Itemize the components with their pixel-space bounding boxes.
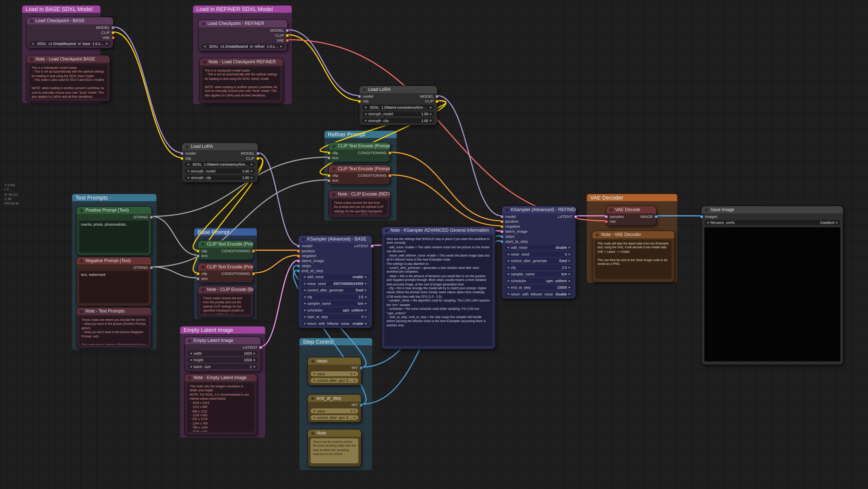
note-ksampler-info[interactable]: Note - KSampler ADVANCED General Informa… <box>382 227 495 349</box>
collapse-dot-icon[interactable] <box>201 242 205 246</box>
output-slot-CLIP[interactable] <box>112 31 115 34</box>
widget-control_after_generate[interactable]: ◀control_after_generatefixed▶ <box>505 258 573 263</box>
node-title-bar[interactable]: Note - KSampler ADVANCED General Informa… <box>382 227 495 234</box>
group-title[interactable]: VAE Decoder <box>587 194 677 201</box>
collapse-dot-icon[interactable] <box>80 208 83 212</box>
decrement-arrow-icon[interactable]: ◀ <box>32 42 34 45</box>
input-slot-model[interactable] <box>180 152 184 155</box>
group-title[interactable]: Empty Latent Image <box>180 326 265 334</box>
output-slot-MODEL[interactable] <box>435 94 439 98</box>
collapse-dot-icon[interactable] <box>332 167 335 170</box>
widget-sampler_name[interactable]: ◀sampler_namelcm▶ <box>505 271 573 276</box>
increment-arrow-icon[interactable]: ▶ <box>568 292 571 295</box>
input-slot-clip[interactable] <box>196 249 200 252</box>
input-slot-end_at_step[interactable] <box>297 269 300 272</box>
widget-value[interactable]: ◀SDXL_v1.0/stabilityai/sd_xl_refiner_1.0… <box>201 43 284 48</box>
collapse-dot-icon[interactable] <box>30 57 33 61</box>
input-slot-text[interactable] <box>196 254 200 257</box>
node-title-bar[interactable]: KSampler (Advanced) - REFINER <box>502 206 576 214</box>
input-slot-clip[interactable] <box>358 99 361 103</box>
collapse-dot-icon[interactable] <box>596 233 599 236</box>
widget-return_with_leftover_noise[interactable]: ◀return_with_leftover_noisedisable▶ <box>505 291 573 296</box>
decrement-arrow-icon[interactable]: ◀ <box>304 315 306 318</box>
collapse-dot-icon[interactable] <box>363 88 366 91</box>
node-load-lora-refiner[interactable]: Load LoRAmodelMODELclipCLIP◀SDXL_1.0/lat… <box>360 86 437 125</box>
node-positive-prompt[interactable]: Positive Prompt (Text)STRINGmantis, phot… <box>76 206 152 255</box>
node-load-lora-base[interactable]: Load LoRAmodelMODELclipCLIP◀SDXL_1.0/lat… <box>182 143 258 183</box>
output-slot-LATENT[interactable] <box>574 215 577 218</box>
output-slot-CONDITIONING[interactable] <box>388 174 392 177</box>
decrement-arrow-icon[interactable]: ◀ <box>507 246 509 249</box>
increment-arrow-icon[interactable]: ▶ <box>253 365 256 368</box>
decrement-arrow-icon[interactable]: ◀ <box>313 409 315 412</box>
text-widget-text[interactable]: text, watermark <box>80 271 149 303</box>
collapse-dot-icon[interactable] <box>311 431 314 435</box>
input-slot-latent_image[interactable] <box>297 259 300 262</box>
node-title-bar[interactable]: Empty Latent Image <box>185 337 260 344</box>
group-title[interactable]: Refiner Prompt <box>324 131 397 138</box>
decrement-arrow-icon[interactable]: ◀ <box>187 169 189 172</box>
input-slot-clip[interactable] <box>327 151 331 154</box>
increment-arrow-icon[interactable]: ▶ <box>430 112 432 115</box>
increment-arrow-icon[interactable]: ▶ <box>365 308 367 311</box>
increment-arrow-icon[interactable]: ▶ <box>365 315 367 318</box>
input-slot-images[interactable] <box>700 215 703 218</box>
collapse-dot-icon[interactable] <box>188 339 191 342</box>
input-slot-text[interactable] <box>196 277 200 280</box>
node-title-bar[interactable]: Save Image <box>702 206 843 214</box>
increment-arrow-icon[interactable]: ▶ <box>568 279 571 282</box>
widget-value[interactable]: ◀value8▶ <box>311 371 358 376</box>
widget-cfg[interactable]: ◀cfg2.0▶ <box>505 265 573 270</box>
increment-arrow-icon[interactable]: ▶ <box>365 321 367 325</box>
widget-strength_clip[interactable]: ◀strength_clip1.00▶ <box>185 175 255 180</box>
output-slot-CLIP[interactable] <box>435 99 439 103</box>
decrement-arrow-icon[interactable]: ◀ <box>507 285 509 289</box>
output-slot-STRING[interactable] <box>150 216 153 219</box>
node-negative-prompt[interactable]: Negative Prompt (Text)STRINGtext, waterm… <box>76 257 152 306</box>
collapse-dot-icon[interactable] <box>705 208 708 211</box>
output-slot-MODEL[interactable] <box>286 29 289 32</box>
collapse-dot-icon[interactable] <box>332 193 335 196</box>
collapse-dot-icon[interactable] <box>80 259 83 262</box>
note-empty-latent-image[interactable]: Note - Empty Latent ImageThis node sets … <box>185 374 257 435</box>
widget-strength_model[interactable]: ◀strength_model1.00▶ <box>362 111 434 116</box>
decrement-arrow-icon[interactable]: ◀ <box>507 252 509 256</box>
input-slot-text[interactable] <box>327 156 331 159</box>
widget-batch_size[interactable]: ◀batch_size1▶ <box>187 364 258 369</box>
node-title-bar[interactable]: Load LoRA <box>360 86 437 93</box>
increment-arrow-icon[interactable]: ▶ <box>280 44 282 48</box>
increment-arrow-icon[interactable]: ▶ <box>430 105 432 108</box>
collapse-dot-icon[interactable] <box>201 265 205 268</box>
input-slot-negative[interactable] <box>297 254 300 257</box>
input-slot-positive[interactable] <box>500 220 503 223</box>
collapse-dot-icon[interactable] <box>385 229 388 232</box>
group-title[interactable]: Load in BASE SDXL Model <box>22 5 100 13</box>
output-slot-STRING[interactable] <box>150 266 153 269</box>
collapse-dot-icon[interactable] <box>203 60 206 64</box>
output-slot-CLIP[interactable] <box>256 157 259 160</box>
output-slot-MODEL[interactable] <box>256 152 259 155</box>
node-steps-primitive[interactable]: stepsINT◀value8▶◀control_after_generatef… <box>308 357 361 385</box>
decrement-arrow-icon[interactable]: ◀ <box>507 265 509 269</box>
node-load-checkpoint-refiner[interactable]: Load Checkpoint - REFINERMODELCLIPVAE◀SD… <box>198 20 287 51</box>
note-load-checkpoint-refiner[interactable]: Note - Load Checkpoint REFINERThis is a … <box>200 58 283 103</box>
collapse-dot-icon[interactable] <box>311 359 314 363</box>
increment-arrow-icon[interactable]: ▶ <box>568 285 571 289</box>
increment-arrow-icon[interactable]: ▶ <box>251 176 253 179</box>
node-clip-encode-base-positive[interactable]: CLIP Text Encode (Prompt)clipCONDITIONIN… <box>198 240 253 260</box>
collapse-dot-icon[interactable] <box>185 145 188 148</box>
node-title-bar[interactable]: VAE Decode <box>606 206 656 214</box>
note-text-prompts[interactable]: Note - Text PromptsThese nodes are where… <box>76 307 152 348</box>
node-title-bar[interactable]: end_at_step <box>308 395 361 402</box>
output-slot-LATENT[interactable] <box>371 244 374 247</box>
increment-arrow-icon[interactable]: ▶ <box>568 265 571 269</box>
node-ksampler-base[interactable]: KSampler (Advanced) - BASEmodelLATENTpos… <box>299 235 372 328</box>
decrement-arrow-icon[interactable]: ◀ <box>304 275 306 278</box>
node-title-bar[interactable]: Note - Empty Latent Image <box>185 374 257 381</box>
note-step-control[interactable]: NoteThese can be used to control the tot… <box>308 429 361 467</box>
node-title-bar[interactable]: steps <box>308 357 361 365</box>
increment-arrow-icon[interactable]: ▶ <box>430 119 432 122</box>
widget-value[interactable]: ◀SDXL_1.0/latent-consistency/lcm-lora-sd… <box>362 104 434 109</box>
decrement-arrow-icon[interactable]: ◀ <box>190 352 192 355</box>
output-slot-CLIP[interactable] <box>286 34 289 37</box>
